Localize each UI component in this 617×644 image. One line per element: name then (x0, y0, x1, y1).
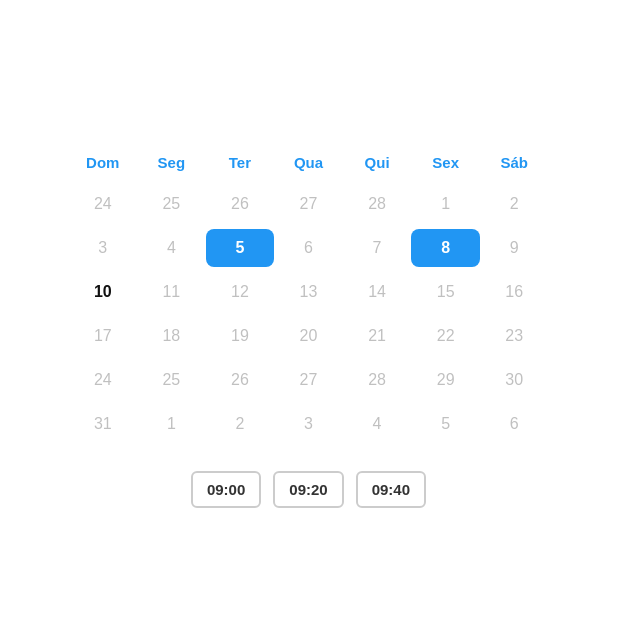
calendar-day[interactable]: 21 (343, 317, 412, 355)
calendar-day[interactable]: 12 (206, 273, 275, 311)
calendar-day[interactable]: 6 (274, 229, 343, 267)
calendar-day[interactable]: 18 (137, 317, 206, 355)
calendar-day[interactable]: 3 (274, 405, 343, 443)
time-slot[interactable]: 09:40 (356, 471, 426, 508)
calendar-day[interactable]: 1 (411, 185, 480, 223)
calendar-header-cell: Dom (69, 150, 138, 175)
calendar-day[interactable]: 28 (343, 185, 412, 223)
calendar-day[interactable]: 15 (411, 273, 480, 311)
calendar-day[interactable]: 10 (69, 273, 138, 311)
calendar-day[interactable]: 9 (480, 229, 549, 267)
calendar-day[interactable]: 2 (206, 405, 275, 443)
calendar-day[interactable]: 5 (411, 405, 480, 443)
calendar-day[interactable]: 25 (137, 361, 206, 399)
calendar-header-row: DomSegTerQuaQuiSexSáb (69, 150, 549, 175)
calendar-day[interactable]: 30 (480, 361, 549, 399)
calendar-day[interactable]: 14 (343, 273, 412, 311)
calendar-day[interactable]: 26 (206, 185, 275, 223)
time-slot[interactable]: 09:00 (191, 471, 261, 508)
calendar-header-cell: Ter (206, 150, 275, 175)
calendar-day[interactable]: 13 (274, 273, 343, 311)
calendar-header-cell: Qui (343, 150, 412, 175)
calendar-header-cell: Qua (274, 150, 343, 175)
calendar-day[interactable]: 20 (274, 317, 343, 355)
calendar-day[interactable]: 27 (274, 361, 343, 399)
calendar-day[interactable]: 29 (411, 361, 480, 399)
calendar-day[interactable]: 24 (69, 185, 138, 223)
calendar-day[interactable]: 3 (69, 229, 138, 267)
calendar-day[interactable]: 5 (206, 229, 275, 267)
calendar-day[interactable]: 31 (69, 405, 138, 443)
calendar-header-cell: Sex (411, 150, 480, 175)
calendar-body: 2425262728123456789101112131415161718192… (69, 185, 549, 443)
calendar-day[interactable]: 27 (274, 185, 343, 223)
calendar-day[interactable]: 24 (69, 361, 138, 399)
calendar-day[interactable]: 4 (137, 229, 206, 267)
calendar-day[interactable]: 8 (411, 229, 480, 267)
calendar-header-cell: Seg (137, 150, 206, 175)
calendar-grid: DomSegTerQuaQuiSexSáb 242526272812345678… (69, 150, 549, 443)
calendar-day[interactable]: 2 (480, 185, 549, 223)
time-slots: 09:0009:2009:40 (69, 471, 549, 508)
calendar-day[interactable]: 28 (343, 361, 412, 399)
calendar-day[interactable]: 6 (480, 405, 549, 443)
calendar-day[interactable]: 7 (343, 229, 412, 267)
calendar-day[interactable]: 16 (480, 273, 549, 311)
calendar-header-cell: Sáb (480, 150, 549, 175)
calendar-container: DomSegTerQuaQuiSexSáb 242526272812345678… (59, 106, 559, 538)
time-slot[interactable]: 09:20 (273, 471, 343, 508)
calendar-day[interactable]: 1 (137, 405, 206, 443)
calendar-day[interactable]: 4 (343, 405, 412, 443)
calendar-day[interactable]: 26 (206, 361, 275, 399)
calendar-day[interactable]: 11 (137, 273, 206, 311)
calendar-day[interactable]: 23 (480, 317, 549, 355)
calendar-day[interactable]: 17 (69, 317, 138, 355)
calendar-day[interactable]: 22 (411, 317, 480, 355)
calendar-day[interactable]: 19 (206, 317, 275, 355)
calendar-day[interactable]: 25 (137, 185, 206, 223)
